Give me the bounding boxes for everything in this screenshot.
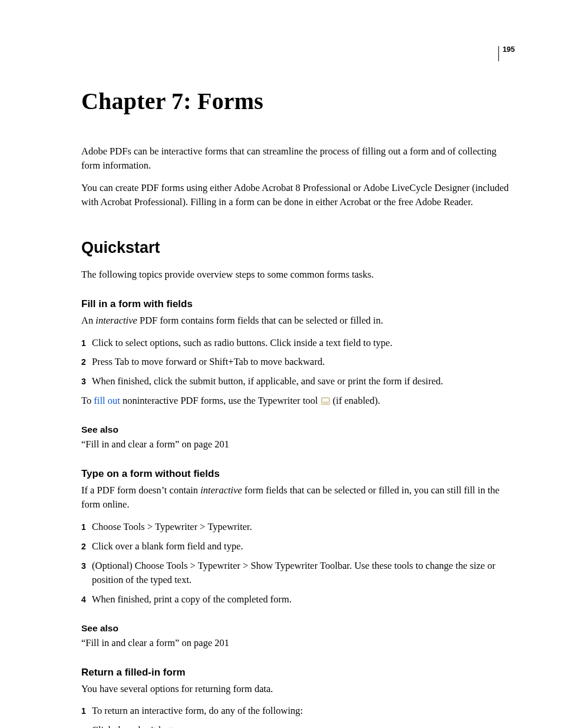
list-item: 2 Press Tab to move forward or Shift+Tab… [81,355,515,369]
step-number: 1 [81,520,92,533]
step-text: (Optional) Choose Tools > Typewriter > S… [92,559,515,587]
fill-in-lead-pre: An [81,315,95,326]
svg-rect-6 [326,403,327,403]
fill-out-link[interactable]: fill out [94,395,120,406]
list-item: 3 When finished, click the submit button… [81,374,515,388]
list-item: 3 (Optional) Choose Tools > Typewriter >… [81,559,515,587]
svg-rect-7 [328,403,328,403]
type-on-lead: If a PDF form doesn’t contain interactiv… [81,483,515,512]
svg-rect-1 [322,398,329,401]
list-item: • Click the submit button. [81,723,515,728]
return-lead: You have several options for returning f… [81,682,515,696]
chapter-title: Chapter 7: Forms [81,87,515,115]
list-item: 1 Choose Tools > Typewriter > Typewriter… [81,520,515,534]
typewriter-icon [321,395,330,403]
list-item: 2 Click over a blank form field and type… [81,539,515,554]
see-also-text: “Fill in and clear a form” on page 201 [81,437,515,452]
svg-rect-5 [325,403,326,403]
subsection-fill-in-heading: Fill in a form with fields [81,298,515,310]
bullet-text: Click the submit button. [92,723,515,728]
subsection-type-on-heading: Type on a form without fields [81,468,515,480]
fill-in-tail-pre: To [81,395,94,406]
type-on-lead-em: interactive [200,485,242,496]
list-item: 1 Click to select options, such as radio… [81,336,515,350]
fill-in-lead-em: interactive [95,315,137,326]
step-text: When finished, print a copy of the compl… [92,592,515,607]
type-on-lead-pre: If a PDF form doesn’t contain [81,485,200,496]
intro-paragraph-2: You can create PDF forms using either Ad… [81,181,515,209]
step-text: Press Tab to move forward or Shift+Tab t… [92,355,515,369]
step-number: 1 [81,704,92,717]
step-text: Click over a blank form field and type. [92,539,515,554]
step-text: Click to select options, such as radio b… [92,336,515,350]
see-also-text: “Fill in and clear a form” on page 201 [81,636,515,650]
bullet-icon: • [81,723,92,728]
page: 195 Chapter 7: Forms Adobe PDFs can be i… [0,0,562,728]
fill-in-tail-mid: noninteractive PDF forms, use the Typewr… [120,395,320,406]
step-number: 3 [81,559,92,572]
quickstart-lead: The following topics provide overview st… [81,268,515,282]
subsection-return-heading: Return a filled-in form [81,667,515,678]
fill-in-lead: An interactive PDF form contains form fi… [81,314,515,328]
svg-rect-4 [324,403,325,403]
fill-in-tail-post: (if enabled). [330,395,381,406]
see-also-heading: See also [81,424,515,435]
fill-in-tail: To fill out noninteractive PDF forms, us… [81,394,515,408]
see-also-heading: See also [81,623,515,634]
step-text: When finished, click the submit button, … [92,374,515,388]
list-item: 4 When finished, print a copy of the com… [81,592,515,607]
svg-rect-3 [323,403,323,403]
section-quickstart-heading: Quickstart [81,239,515,257]
list-item: 1 To return an interactive form, do any … [81,704,515,718]
fill-in-lead-post: PDF form contains form fields that can b… [137,315,383,326]
step-text: To return an interactive form, do any of… [92,704,515,718]
intro-paragraph-1: Adobe PDFs can be interactive forms that… [81,144,515,173]
step-number: 2 [81,355,92,368]
step-number: 1 [81,336,92,349]
page-number-marker: 195 [498,46,515,61]
step-number: 4 [81,592,92,605]
step-number: 2 [81,539,92,552]
page-number: 195 [503,46,515,54]
step-number: 3 [81,374,92,387]
step-text: Choose Tools > Typewriter > Typewriter. [92,520,515,534]
